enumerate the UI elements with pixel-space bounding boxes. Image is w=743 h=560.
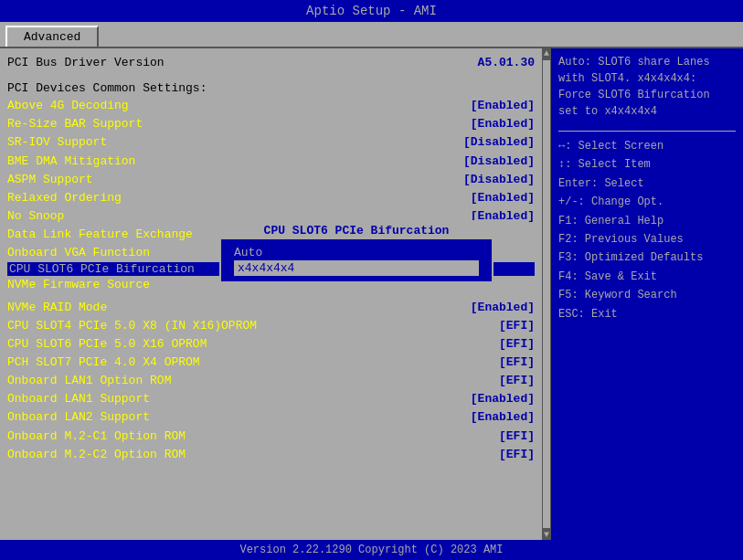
help-divider xyxy=(558,131,736,132)
row-bme-dma[interactable]: BME DMA Mitigation [Disabled] xyxy=(7,153,535,171)
help-description: Auto: SLOT6 share Lanes with SLOT4. x4x4… xyxy=(558,54,736,120)
row-slot7-oprom[interactable]: PCH SLOT7 PCIe 4.0 X4 OPROM [EFI] xyxy=(7,354,535,372)
pci-driver-label: PCI Bus Driver Version xyxy=(7,54,165,72)
popup-option-x4x4x4x4[interactable]: x4x4x4x4 xyxy=(234,260,479,276)
nav-f3: F3: Optimized Defaults xyxy=(558,248,736,267)
relaxed-label[interactable]: Relaxed Ordering xyxy=(7,189,122,207)
bme-dma-value: [Disabled] xyxy=(463,153,535,171)
lan2-support-label[interactable]: Onboard LAN2 Support xyxy=(7,408,150,427)
nav-f2: F2: Previous Values xyxy=(558,230,736,248)
bme-dma-label[interactable]: BME DMA Mitigation xyxy=(7,153,135,171)
title-bar: Aptio Setup - AMI xyxy=(0,0,743,22)
row-slot6-oprom[interactable]: CPU SLOT6 PCIe 5.0 X16 OPROM [EFI] xyxy=(7,335,535,354)
row-aspm[interactable]: ASPM Support [Disabled] xyxy=(7,171,535,189)
row-m2c2-rom[interactable]: Onboard M.2-C2 Option ROM [EFI] xyxy=(7,446,535,464)
slot4-oprom-label[interactable]: CPU SLOT4 PCIe 5.0 X8 (IN X16)OPROM xyxy=(7,317,257,335)
nav-select-item: ↕: Select Item xyxy=(558,155,736,174)
aspm-label[interactable]: ASPM Support xyxy=(7,171,93,189)
section-title: PCI Devices Common Settings: xyxy=(7,81,535,95)
scroll-thumb[interactable] xyxy=(543,60,550,528)
row-nvme-raid[interactable]: NVMe RAID Mode [Enabled] xyxy=(7,299,535,317)
nav-f5: F5: Keyword Search xyxy=(558,286,736,304)
pci-driver-row: PCI Bus Driver Version A5.01.30 xyxy=(7,54,535,72)
nvme-raid-value: [Enabled] xyxy=(471,299,535,317)
tab-advanced[interactable]: Advanced xyxy=(5,26,99,47)
relaxed-value: [Enabled] xyxy=(471,189,535,207)
popup-option-auto[interactable]: Auto xyxy=(234,245,479,260)
lan1-support-label[interactable]: Onboard LAN1 Support xyxy=(7,390,150,408)
footer: Version 2.22.1290 Copyright (C) 2023 AMI xyxy=(0,540,743,560)
onboard-vga-label[interactable]: Onboard VGA Function xyxy=(7,244,150,262)
slot7-oprom-value: [EFI] xyxy=(499,354,535,372)
nav-f4: F4: Save & Exit xyxy=(558,268,736,286)
slot7-oprom-label[interactable]: PCH SLOT7 PCIe 4.0 X4 OPROM xyxy=(7,354,200,372)
scrollbar[interactable]: ▲ ▼ xyxy=(542,48,551,540)
tab-row: Advanced xyxy=(0,22,743,47)
nav-enter: Enter: Select xyxy=(558,174,736,193)
row-sriov[interactable]: SR-IOV Support [Disabled] xyxy=(7,133,535,152)
no-snoop-label[interactable]: No Snoop xyxy=(7,207,64,226)
m2c1-rom-value: [EFI] xyxy=(499,428,535,446)
row-lan1-rom[interactable]: Onboard LAN1 Option ROM [EFI] xyxy=(7,372,535,390)
row-lan2-support[interactable]: Onboard LAN2 Support [Enabled] xyxy=(7,408,535,427)
m2c2-rom-value: [EFI] xyxy=(499,446,535,464)
above4g-label[interactable]: Above 4G Decoding xyxy=(7,97,129,115)
bios-screen: Aptio Setup - AMI Advanced PCI Bus Drive… xyxy=(0,0,743,560)
content-panel: PCI Bus Driver Version A5.01.30 PCI Devi… xyxy=(0,48,542,540)
above4g-value: [Enabled] xyxy=(471,97,535,115)
bifurcation-popup[interactable]: CPU SLOT6 PCIe Bifurcation Auto x4x4x4x4 xyxy=(219,220,494,283)
popup-body: Auto x4x4x4x4 xyxy=(221,239,492,281)
main-area: PCI Bus Driver Version A5.01.30 PCI Devi… xyxy=(0,47,743,540)
scroll-up-arrow[interactable]: ▲ xyxy=(544,48,549,58)
data-link-label[interactable]: Data Link Feature Exchange xyxy=(7,226,193,244)
help-nav: ↔: Select Screen ↕: Select Item Enter: S… xyxy=(558,137,736,323)
nav-change-opt: +/-: Change Opt. xyxy=(558,193,736,211)
row-slot4-oprom[interactable]: CPU SLOT4 PCIe 5.0 X8 (IN X16)OPROM [EFI… xyxy=(7,317,535,335)
nav-select-screen: ↔: Select Screen xyxy=(558,137,736,155)
row-lan1-support[interactable]: Onboard LAN1 Support [Enabled] xyxy=(7,390,535,408)
resize-bar-label[interactable]: Re-Size BAR Support xyxy=(7,115,143,133)
popup-title: CPU SLOT6 PCIe Bifurcation xyxy=(221,222,492,239)
aspm-value: [Disabled] xyxy=(463,171,535,189)
footer-text: Version 2.22.1290 Copyright (C) 2023 AMI xyxy=(239,544,503,556)
slot6-oprom-value: [EFI] xyxy=(499,335,535,354)
pci-driver-value: A5.01.30 xyxy=(478,54,535,72)
m2c1-rom-label[interactable]: Onboard M.2-C1 Option ROM xyxy=(7,428,186,446)
row-relaxed[interactable]: Relaxed Ordering [Enabled] xyxy=(7,189,535,207)
resize-bar-value: [Enabled] xyxy=(471,115,535,133)
row-above4g[interactable]: Above 4G Decoding [Enabled] xyxy=(7,97,535,115)
app-title: Aptio Setup - AMI xyxy=(306,4,437,18)
row-resize-bar[interactable]: Re-Size BAR Support [Enabled] xyxy=(7,115,535,133)
m2c2-rom-label[interactable]: Onboard M.2-C2 Option ROM xyxy=(7,446,186,464)
help-panel: Auto: SLOT6 share Lanes with SLOT4. x4x4… xyxy=(551,48,743,540)
slot4-oprom-value: [EFI] xyxy=(499,317,535,335)
sriov-label[interactable]: SR-IOV Support xyxy=(7,133,107,152)
lan2-support-value: [Enabled] xyxy=(471,408,535,427)
lan1-rom-value: [EFI] xyxy=(499,372,535,390)
nvme-raid-label[interactable]: NVMe RAID Mode xyxy=(7,299,107,317)
nvme-fw-label[interactable]: NVMe Firmware Source xyxy=(7,276,150,294)
lan1-support-value: [Enabled] xyxy=(471,390,535,408)
row-m2c1-rom[interactable]: Onboard M.2-C1 Option ROM [EFI] xyxy=(7,428,535,446)
cpu-slot6-label[interactable]: CPU SLOT6 PCIe Bifurcation xyxy=(9,262,195,276)
nav-esc: ESC: Exit xyxy=(558,305,736,323)
lan1-rom-label[interactable]: Onboard LAN1 Option ROM xyxy=(7,372,171,390)
slot6-oprom-label[interactable]: CPU SLOT6 PCIe 5.0 X16 OPROM xyxy=(7,335,207,354)
sriov-value: [Disabled] xyxy=(463,133,535,152)
nav-f1: F1: General Help xyxy=(558,212,736,230)
scroll-down-arrow[interactable]: ▼ xyxy=(544,530,549,540)
